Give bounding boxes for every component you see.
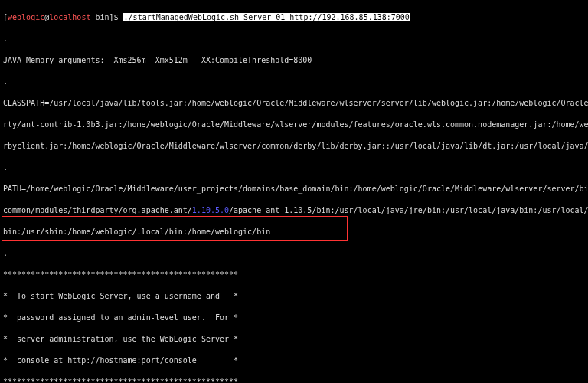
command: ./startManagedWebLogic.sh Server-01 http… [123,13,410,21]
classpath-line: CLASSPATH=/usr/local/java/lib/tools.jar:… [3,98,588,109]
output-line: . [3,34,588,44]
banner-line: * To start WebLogic Server, use a userna… [3,291,588,302]
path-line: common/modules/thirdparty/org.apache.ant… [3,205,588,216]
prompt-line[interactable]: [weblogic@localhost bin]$ ./startManaged… [3,12,588,23]
banner-line: * console at http://hostname:port/consol… [3,355,588,366]
path-line: bin:/usr/sbin:/home/weblogic/.local/bin:… [3,227,588,237]
banner-border: ****************************************… [3,377,588,383]
terminal-output: [weblogic@localhost bin]$ ./startManaged… [0,0,588,383]
banner-line: * server administration, use the WebLogi… [3,334,588,345]
prompt-user: weblogic [8,13,44,21]
banner-border: ****************************************… [3,270,588,280]
classpath-line: rbyclient.jar:/home/weblogic/Oracle/Midd… [3,141,588,152]
prompt-host: localhost [49,13,90,21]
classpath-line: rty/ant-contrib-1.0b3.jar:/home/weblogic… [3,119,588,130]
output-line: . [3,77,588,87]
java-memory-args: JAVA Memory arguments: -Xms256m -Xmx512m… [3,55,588,66]
banner-line: * password assigned to an admin-level us… [3,313,588,323]
output-line: . [3,162,588,173]
prompt-dir: bin]$ [90,13,122,21]
output-line: . [3,248,588,259]
path-line: PATH=/home/weblogic/Oracle/Middleware/us… [3,184,588,195]
